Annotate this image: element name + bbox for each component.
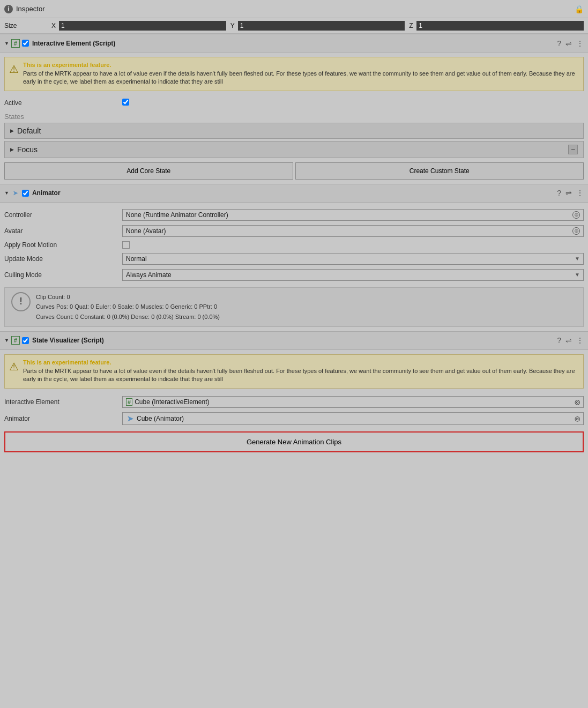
state-visualizer-component: ▼ # State Visualizer (Script) ? ⇌ ⋮ ⚠ Th… — [0, 331, 588, 457]
sv-animator-target-icon[interactable]: ◎ — [575, 415, 580, 422]
sv-ie-value-text: Cube (InteractiveElement) — [135, 398, 209, 406]
active-label: Active — [4, 99, 122, 107]
collapse-arrow-anim[interactable]: ▼ — [4, 190, 9, 196]
animator-more-icon[interactable]: ⋮ — [576, 189, 584, 197]
apply-root-motion-row: Apply Root Motion — [4, 239, 584, 251]
state-item-focus: ▶ Focus − — [4, 141, 584, 158]
apply-root-motion-label: Apply Root Motion — [4, 241, 122, 249]
ie-body: ⚠ This is an experimental feature. Parts… — [0, 53, 588, 184]
state-focus-left: ▶ Focus — [10, 145, 38, 154]
active-value — [122, 99, 584, 107]
inspector-info-icon: i — [4, 5, 13, 13]
controller-target-icon[interactable]: ◎ — [572, 211, 580, 219]
sv-actions: ? ⇌ ⋮ — [557, 336, 584, 345]
sv-warning-icon: ⚠ — [9, 360, 19, 373]
state-focus-minus[interactable]: − — [568, 145, 578, 154]
culling-mode-arrow: ▼ — [575, 272, 580, 278]
controller-value-text: None (Runtime Animator Controller) — [126, 211, 228, 219]
culling-mode-value: Always Animate — [126, 271, 172, 279]
sv-settings-icon[interactable]: ⇌ — [565, 336, 572, 345]
sv-warning-box: ⚠ This is an experimental feature. Parts… — [4, 354, 584, 389]
size-label: Size — [4, 22, 47, 29]
avatar-field-row: Avatar None (Avatar) ◎ — [4, 223, 584, 239]
collapse-arrow-ie[interactable]: ▼ — [4, 41, 9, 46]
sv-animator-ref-icon: ➤ — [126, 414, 135, 423]
inspector-title: Inspector — [16, 5, 44, 13]
add-core-state-button[interactable]: Add Core State — [4, 162, 293, 180]
ie-script-icon: # — [11, 39, 20, 48]
sv-ie-target-icon[interactable]: ◎ — [575, 398, 580, 406]
size-y-label: Y — [230, 22, 237, 29]
state-item-default: ▶ Default — [4, 123, 584, 139]
update-mode-row: Update Mode Normal ▼ — [4, 251, 584, 267]
apply-root-motion-checkbox[interactable] — [122, 241, 130, 249]
generate-animation-clips-button[interactable]: Generate New Animation Clips — [4, 431, 584, 452]
ie-warning-text: This is an experimental feature. Parts o… — [23, 62, 579, 86]
size-z-group: Z — [409, 21, 584, 31]
sv-ie-field-row: Interactive Element # Cube (InteractiveE… — [4, 394, 584, 410]
animator-info-box: ! Clip Count: 0 Curves Pos: 0 Quat: 0 Eu… — [4, 287, 584, 327]
animator-info-circle-icon: ! — [11, 292, 31, 311]
curves-count-text: Curves Count: 0 Constant: 0 (0.0%) Dense… — [36, 312, 220, 322]
ie-warning-icon: ⚠ — [9, 63, 19, 76]
size-row: Size X Y Z — [0, 18, 588, 34]
state-default-left: ▶ Default — [10, 126, 41, 135]
active-field-row: Active — [4, 96, 584, 109]
update-mode-arrow: ▼ — [575, 256, 580, 262]
size-z-label: Z — [409, 22, 415, 29]
update-mode-label: Update Mode — [4, 255, 122, 263]
active-checkbox[interactable] — [122, 99, 129, 106]
controller-field-row: Controller None (Runtime Animator Contro… — [4, 207, 584, 223]
ie-enabled-checkbox[interactable] — [22, 40, 29, 47]
animator-component: ▼ ➤ Animator ? ⇌ ⋮ Controller None (Runt… — [0, 184, 588, 331]
size-z-input[interactable] — [416, 21, 584, 31]
interactive-element-component: ▼ # Interactive Element (Script) ? ⇌ ⋮ ⚠… — [0, 34, 588, 184]
ie-actions: ? ⇌ ⋮ — [557, 39, 584, 48]
animator-actions: ? ⇌ ⋮ — [557, 189, 584, 197]
state-default-arrow[interactable]: ▶ — [10, 128, 14, 133]
culling-mode-label: Culling Mode — [4, 271, 122, 279]
avatar-target-icon[interactable]: ◎ — [572, 227, 580, 235]
ie-help-icon[interactable]: ? — [557, 39, 561, 48]
controller-label: Controller — [4, 211, 122, 219]
sv-title: State Visualizer (Script) — [32, 337, 557, 344]
animator-help-icon[interactable]: ? — [557, 189, 561, 197]
culling-mode-dropdown[interactable]: Always Animate ▼ — [122, 269, 584, 281]
sv-ie-ref-inner: # Cube (InteractiveElement) — [126, 398, 575, 406]
animator-enabled-checkbox[interactable] — [22, 190, 29, 197]
size-x-group: X — [51, 21, 226, 31]
sv-help-icon[interactable]: ? — [557, 336, 561, 345]
sv-script-icon: # — [11, 336, 20, 345]
inspector-header: i Inspector 🔒 — [0, 0, 588, 18]
ie-warning-box: ⚠ This is an experimental feature. Parts… — [4, 57, 584, 91]
size-y-input[interactable] — [238, 21, 405, 31]
sv-more-icon[interactable]: ⋮ — [576, 336, 584, 345]
animator-title: Animator — [32, 189, 557, 197]
clip-count-text: Clip Count: 0 — [36, 292, 220, 302]
animator-info-text: Clip Count: 0 Curves Pos: 0 Quat: 0 Eule… — [36, 292, 220, 322]
animator-settings-icon[interactable]: ⇌ — [565, 189, 572, 197]
sv-warning-body: Parts of the MRTK appear to have a lot o… — [23, 367, 579, 384]
update-mode-dropdown[interactable]: Normal ▼ — [122, 253, 584, 265]
states-label: States — [4, 109, 584, 123]
state-button-row: Add Core State Create Custom State — [4, 162, 584, 180]
state-focus-arrow[interactable]: ▶ — [10, 147, 14, 152]
ie-more-icon[interactable]: ⋮ — [576, 39, 584, 48]
state-focus-name: Focus — [17, 145, 38, 154]
culling-mode-row: Culling Mode Always Animate ▼ — [4, 267, 584, 283]
size-x-input[interactable] — [59, 21, 226, 31]
collapse-arrow-sv[interactable]: ▼ — [4, 338, 9, 343]
sv-animator-field-row: Animator ➤ Cube (Animator) ◎ — [4, 410, 584, 427]
lock-icon[interactable]: 🔒 — [575, 5, 584, 13]
sv-animator-value-field: ➤ Cube (Animator) ◎ — [122, 412, 584, 425]
avatar-value-text: None (Avatar) — [126, 227, 166, 235]
controller-value-field: None (Runtime Animator Controller) ◎ — [122, 209, 584, 221]
avatar-value-field: None (Avatar) ◎ — [122, 225, 584, 237]
create-custom-state-button[interactable]: Create Custom State — [295, 162, 584, 180]
sv-animator-ref-inner: ➤ Cube (Animator) — [126, 414, 575, 423]
ie-settings-icon[interactable]: ⇌ — [565, 39, 572, 48]
sv-enabled-checkbox[interactable] — [22, 337, 29, 344]
sv-animator-value-text: Cube (Animator) — [137, 415, 184, 422]
avatar-label: Avatar — [4, 227, 122, 235]
animator-header: ▼ ➤ Animator ? ⇌ ⋮ — [0, 184, 588, 203]
